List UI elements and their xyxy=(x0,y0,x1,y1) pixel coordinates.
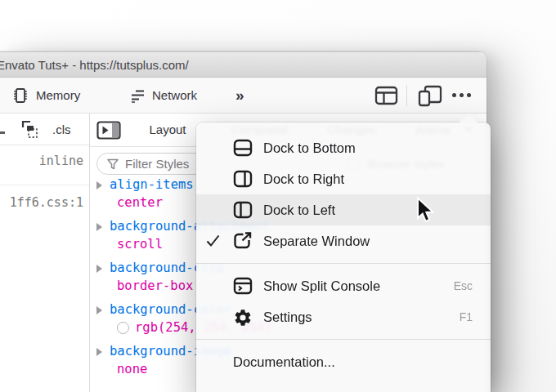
menu-separator xyxy=(196,263,491,264)
shortcut-badge: F1 xyxy=(460,310,473,323)
network-requests-icon xyxy=(129,87,146,104)
menu-item-dock-to-right[interactable]: Dock to Right xyxy=(196,163,491,194)
mouse-cursor xyxy=(415,197,437,226)
three-pane-toggle-icon[interactable] xyxy=(96,121,121,143)
meatball-menu-icon[interactable] xyxy=(452,93,471,97)
window-titlebar[interactable]: Envato Tuts+ - https://tutsplus.com/ xyxy=(0,51,486,78)
expander-triangle-icon[interactable] xyxy=(96,306,102,314)
toolbar-separator xyxy=(406,85,407,106)
toolbox-frame-icon[interactable] xyxy=(374,86,398,109)
toolbar-overflow-button[interactable]: » xyxy=(235,78,243,113)
expander-triangle-icon[interactable] xyxy=(96,348,102,356)
settings-gear-icon xyxy=(233,308,253,331)
menu-anchor-arrow xyxy=(458,115,479,123)
dock-right-icon xyxy=(233,170,253,191)
tab-memory[interactable]: Memory xyxy=(11,78,80,113)
menu-item-separate-window[interactable]: Separate Window xyxy=(196,225,491,256)
split-console-icon xyxy=(233,277,253,298)
tab-layout[interactable]: Layout xyxy=(131,114,204,146)
expander-triangle-icon[interactable] xyxy=(96,265,102,273)
pseudo-class-button-fragment[interactable] xyxy=(0,131,5,134)
rule-source-stylesheet-link[interactable]: 1ff6.css:1 xyxy=(10,195,83,210)
rule-source-inline[interactable]: inline xyxy=(39,154,83,168)
tab-network-label: Network xyxy=(152,88,197,102)
checkmark-icon xyxy=(205,234,221,251)
window-title: Envato Tuts+ - https://tutsplus.com/ xyxy=(0,52,189,78)
rules-divider xyxy=(0,185,89,185)
expander-triangle-icon[interactable] xyxy=(96,181,102,189)
menu-item-show-split-console[interactable]: Show Split Console Esc xyxy=(196,270,491,301)
rules-toolbar: .cls xyxy=(0,114,89,145)
menu-item-documentation[interactable]: Documentation... xyxy=(196,346,491,377)
highlight-region-icon[interactable] xyxy=(20,118,43,145)
dock-left-icon xyxy=(233,201,253,222)
devtools-toolbar: Memory Network » xyxy=(0,78,486,114)
filter-funnel-icon xyxy=(106,158,119,174)
rules-panel: .cls inline 1ff6.css:1 xyxy=(0,114,90,392)
tab-network[interactable]: Network xyxy=(129,78,197,113)
tab-memory-label: Memory xyxy=(36,88,80,102)
filter-placeholder: Filter Styles xyxy=(125,154,189,174)
memory-chip-icon xyxy=(11,87,29,105)
menu-item-dock-to-left[interactable]: Dock to Left xyxy=(196,194,491,225)
expander-triangle-icon[interactable] xyxy=(96,223,102,231)
overflow-chevron-icon: » xyxy=(235,87,243,105)
separate-window-icon xyxy=(233,232,253,253)
edit-classes-button[interactable]: .cls xyxy=(52,114,71,145)
menu-item-dock-to-bottom[interactable]: Dock to Bottom xyxy=(196,132,491,163)
shortcut-badge: Esc xyxy=(454,279,473,292)
responsive-design-icon[interactable] xyxy=(418,85,445,110)
devtools-meatball-menu: Dock to Bottom Dock to Right Dock to Lef… xyxy=(196,122,491,392)
dock-bottom-icon xyxy=(233,139,253,160)
color-swatch[interactable] xyxy=(117,322,129,334)
menu-item-settings[interactable]: Settings F1 xyxy=(196,301,491,332)
menu-separator xyxy=(196,339,491,340)
